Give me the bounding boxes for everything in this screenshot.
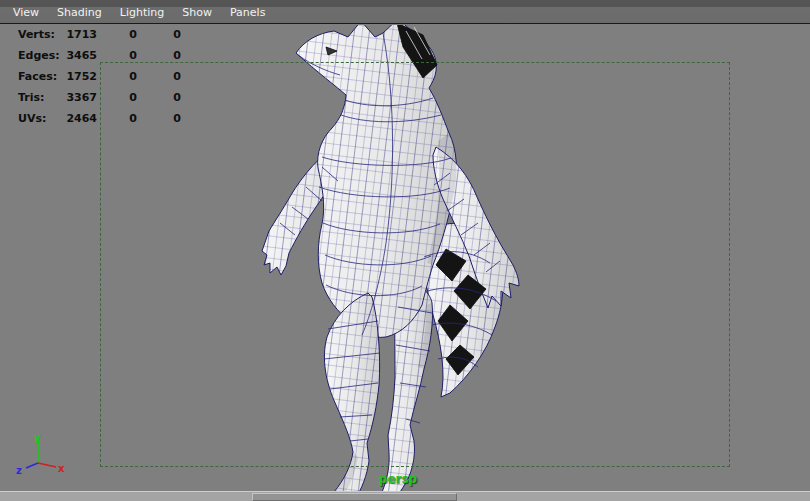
hud-edges-label: Edges: [18, 49, 62, 70]
view-axis-gizmo: y x z [14, 433, 70, 481]
hud-uvs-total: 2464 [62, 112, 97, 133]
hud-tris-col3: 0 [137, 91, 181, 112]
hud-faces-label: Faces: [18, 70, 62, 91]
hud-uvs-col3: 0 [137, 112, 181, 133]
hud-verts-label: Verts: [18, 28, 62, 49]
axis-y-label: y [34, 433, 41, 443]
viewport-menu-bar: View Shading Lighting Show Panels [0, 0, 810, 24]
menu-item-show[interactable]: Show [173, 3, 221, 23]
axis-x-label: x [58, 463, 65, 474]
menu-item-panels[interactable]: Panels [221, 3, 274, 23]
hud-uvs-col2: 0 [97, 112, 137, 133]
hud-edges-col3: 0 [137, 49, 181, 70]
menu-item-shading[interactable]: Shading [48, 3, 111, 23]
scrollbar-handle[interactable] [252, 493, 457, 501]
camera-label: persp [358, 472, 438, 486]
axis-z-label: z [16, 465, 22, 476]
hud-tris-total: 3367 [62, 91, 97, 112]
hud-edges-col2: 0 [97, 49, 137, 70]
hud-faces-total: 1752 [62, 70, 97, 91]
menu-item-view[interactable]: View [4, 3, 48, 23]
viewport[interactable]: Verts: 1713 0 0 Edges: 3465 0 0 Faces: 1… [0, 25, 810, 501]
hud-faces-col3: 0 [137, 70, 181, 91]
menu-item-lighting[interactable]: Lighting [111, 3, 173, 23]
maya-viewport-panel: View Shading Lighting Show Panels [0, 0, 810, 501]
hud-verts-col3: 0 [137, 28, 181, 49]
hud-tris-label: Tris: [18, 91, 62, 112]
hud-tris-col2: 0 [97, 91, 137, 112]
hud-verts-total: 1713 [62, 28, 97, 49]
hud-faces-col2: 0 [97, 70, 137, 91]
poly-count-hud: Verts: 1713 0 0 Edges: 3465 0 0 Faces: 1… [18, 28, 181, 133]
hud-verts-col2: 0 [97, 28, 137, 49]
horizontal-scrollbar[interactable] [0, 491, 810, 501]
hud-edges-total: 3465 [62, 49, 97, 70]
hud-uvs-label: UVs: [18, 112, 62, 133]
